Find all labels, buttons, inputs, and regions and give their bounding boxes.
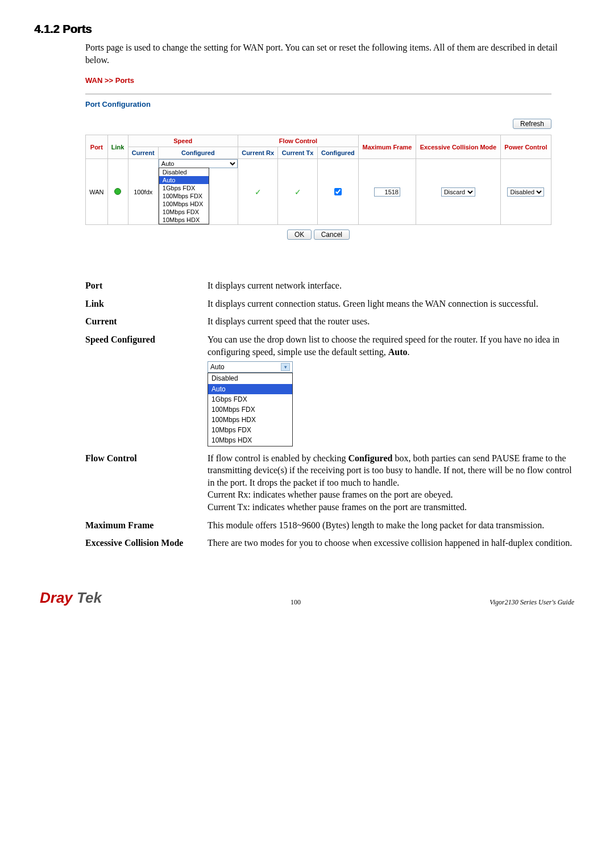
speed-example-option[interactable]: 100Mbps HDX bbox=[208, 415, 292, 425]
speed-example-option[interactable]: Auto bbox=[208, 384, 292, 394]
speed-example-option[interactable]: 10Mbps HDX bbox=[208, 435, 292, 445]
cell-flow-tx: ✓ bbox=[278, 159, 317, 225]
th-flow-ctx: Current Tx bbox=[278, 147, 317, 159]
def-term-link: Link bbox=[85, 298, 208, 310]
def-term-flow: Flow Control bbox=[85, 452, 208, 514]
breadcrumb: WAN >> Ports bbox=[85, 76, 551, 87]
th-flow-crx: Current Rx bbox=[238, 147, 278, 159]
th-speed-configured: Configured bbox=[158, 147, 238, 159]
speed-select[interactable]: Auto bbox=[159, 159, 238, 168]
port-config-table: Port Link Speed Flow Control Maximum Fra… bbox=[85, 135, 551, 225]
speed-option[interactable]: Disabled bbox=[159, 168, 209, 176]
refresh-button[interactable]: Refresh bbox=[513, 119, 551, 129]
th-flow: Flow Control bbox=[238, 135, 358, 147]
cell-maxframe bbox=[359, 159, 416, 225]
speed-option[interactable]: Auto bbox=[159, 176, 209, 184]
flow-configured-checkbox[interactable] bbox=[334, 188, 342, 195]
def-body-maxframe: This module offers 1518~9600 (Bytes) len… bbox=[208, 519, 580, 532]
section-heading: 4.1.2 Ports bbox=[34, 23, 580, 36]
guide-title: Vigor2130 Series User's Guide bbox=[489, 598, 574, 607]
def-term-speedcfg: Speed Configured bbox=[85, 333, 208, 446]
panel-title: Port Configuration bbox=[85, 100, 551, 108]
speed-example-option[interactable]: 10Mbps FDX bbox=[208, 425, 292, 435]
def-term-ecm: Excessive Collision Mode bbox=[85, 537, 208, 549]
speed-example-option[interactable]: Disabled bbox=[208, 373, 292, 383]
def-term-maxframe: Maximum Frame bbox=[85, 519, 208, 532]
speed-option[interactable]: 1Gbps FDX bbox=[159, 184, 209, 192]
section-number: 4.1.2 bbox=[34, 23, 59, 35]
speed-option[interactable]: 10Mbps HDX bbox=[159, 216, 209, 224]
cell-link bbox=[107, 159, 128, 225]
th-speed: Speed bbox=[128, 135, 238, 147]
power-select[interactable]: Disabled bbox=[507, 187, 544, 197]
ports-screenshot: WAN >> Ports Port Configuration Refresh … bbox=[85, 76, 551, 240]
speed-example-option[interactable]: 100Mbps FDX bbox=[208, 404, 292, 415]
speed-example-dropdown: Auto ▾ Disabled Auto 1Gbps FDX 100Mbps F… bbox=[208, 361, 580, 446]
speed-option[interactable]: 100Mbps FDX bbox=[159, 192, 209, 200]
check-icon: ✓ bbox=[255, 187, 262, 197]
def-body-speedcfg: You can use the drop down list to choose… bbox=[208, 333, 580, 446]
logo: Dray Tek bbox=[40, 589, 102, 607]
table-row: WAN 100fdx Auto Disabled Auto 1Gbps FDX … bbox=[86, 159, 551, 225]
cell-power: Disabled bbox=[500, 159, 551, 225]
def-body-link: It displays current connection status. G… bbox=[208, 298, 580, 310]
maxframe-input[interactable] bbox=[374, 187, 400, 197]
page-footer: Dray Tek 100 Vigor2130 Series User's Gui… bbox=[34, 589, 580, 607]
def-body-ecm: There are two modes for you to choose wh… bbox=[208, 537, 580, 549]
check-icon: ✓ bbox=[294, 187, 301, 197]
intro-paragraph: Ports page is used to change the setting… bbox=[85, 41, 580, 66]
cell-flow-rx: ✓ bbox=[238, 159, 278, 225]
cell-speed-configured: Auto Disabled Auto 1Gbps FDX 100Mbps FDX… bbox=[158, 159, 238, 225]
page-number: 100 bbox=[291, 598, 301, 607]
ecm-select[interactable]: Discard bbox=[441, 187, 475, 197]
th-ecm: Excessive Collision Mode bbox=[416, 135, 500, 159]
cell-ecm: Discard bbox=[416, 159, 500, 225]
th-link: Link bbox=[107, 135, 128, 159]
speed-dropdown-list[interactable]: Disabled Auto 1Gbps FDX 100Mbps FDX 100M… bbox=[159, 168, 210, 224]
speed-example-option[interactable]: 1Gbps FDX bbox=[208, 394, 292, 404]
def-body-current: It displays current speed that the route… bbox=[208, 315, 580, 328]
link-status-icon bbox=[114, 188, 121, 195]
ok-button[interactable]: OK bbox=[287, 229, 312, 240]
speed-option[interactable]: 100Mbps HDX bbox=[159, 200, 209, 208]
th-maxframe: Maximum Frame bbox=[359, 135, 416, 159]
th-speed-current: Current bbox=[128, 147, 158, 159]
def-term-port: Port bbox=[85, 279, 208, 292]
cell-speed-current: 100fdx bbox=[128, 159, 158, 225]
speed-example-select[interactable]: Auto ▾ bbox=[208, 361, 293, 373]
th-port: Port bbox=[86, 135, 108, 159]
cell-flow-configured bbox=[317, 159, 358, 225]
def-body-port: It displays current network interface. bbox=[208, 279, 580, 292]
section-title: Ports bbox=[63, 23, 92, 35]
definitions: Port It displays current network interfa… bbox=[85, 279, 580, 549]
def-body-flow: If flow control is enabled by checking C… bbox=[208, 452, 580, 514]
th-flow-configured: Configured bbox=[317, 147, 358, 159]
cell-port: WAN bbox=[86, 159, 108, 225]
speed-example-list[interactable]: Disabled Auto 1Gbps FDX 100Mbps FDX 100M… bbox=[208, 373, 293, 446]
chevron-down-icon: ▾ bbox=[281, 363, 290, 371]
def-term-current: Current bbox=[85, 315, 208, 328]
speed-option[interactable]: 10Mbps FDX bbox=[159, 208, 209, 216]
th-power: Power Control bbox=[500, 135, 551, 159]
cancel-button[interactable]: Cancel bbox=[314, 229, 350, 240]
